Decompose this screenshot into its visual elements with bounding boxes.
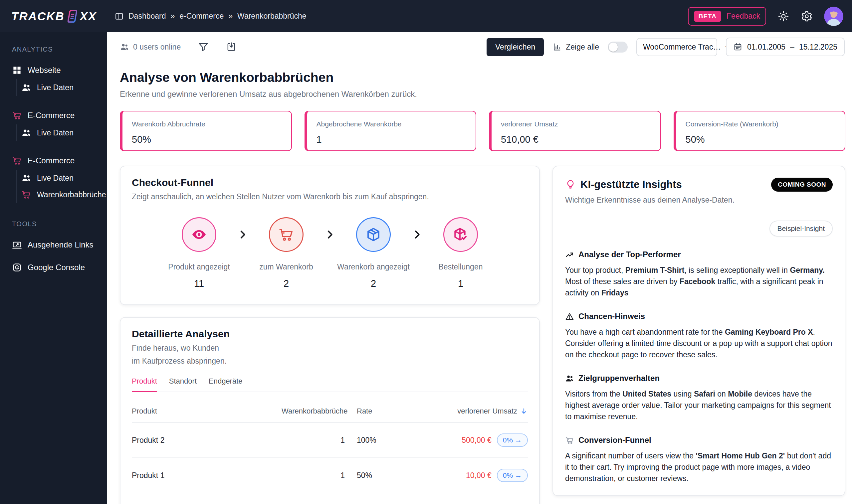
date-range-picker[interactable]: 01.01.2005 – 15.12.2025: [726, 38, 845, 56]
integration-select[interactable]: WooCommerce Trac… ▾: [636, 38, 717, 56]
download-icon[interactable]: [226, 41, 237, 52]
logo-text-right: XX: [80, 10, 97, 23]
trending-up-icon: [565, 250, 574, 259]
funnel-title: Checkout-Funnel: [132, 177, 528, 188]
sidebar-item-label: E-Commerce: [28, 111, 74, 120]
table-header-rate: Rate: [345, 407, 416, 415]
recovery-badge[interactable]: 0% →: [497, 433, 528, 447]
funnel-step-label: Bestellungen: [439, 263, 483, 271]
kpi-label: Abgebrochene Warenkörbe: [317, 120, 467, 128]
users-online: 0 users online: [120, 42, 181, 52]
funnel-step-circle: [443, 217, 478, 252]
breadcrumb-item-warenkorbabbrueche[interactable]: Warenkorbabbrüche: [237, 12, 306, 21]
sidebar-item-google-console[interactable]: Google Console: [0, 259, 107, 276]
cart-icon: [12, 110, 22, 121]
sidebar-item-live-daten[interactable]: Live Daten: [17, 124, 107, 141]
sidebar-item-live-daten[interactable]: Live Daten: [17, 170, 107, 186]
users-icon: [565, 374, 574, 383]
avatar[interactable]: [824, 7, 844, 26]
kpi-row: Warenkorb Abbruchrate 50% Abgebrochene W…: [120, 111, 845, 151]
tab-produkt[interactable]: Produkt: [132, 377, 157, 392]
kpi-card-verlorener-umsatz: verlorener Umsatz 510,00 €: [489, 111, 661, 151]
sidebar-item-ausgehende-links[interactable]: Ausgehende Links: [0, 236, 107, 253]
insight-text: Your top product, Premium T-Shirt, is se…: [565, 265, 833, 299]
insight-text: A significant number of users view the '…: [565, 450, 833, 484]
sidebar-item-ecommerce-2[interactable]: E-Commerce: [0, 152, 107, 169]
insight-heading: Zielgruppenverhalten: [579, 374, 660, 383]
cell-product: Produkt 1: [132, 471, 282, 480]
table-row[interactable]: Produkt 2 1 100% 500,00 € 0% →: [132, 422, 528, 457]
recovery-badge[interactable]: 0% →: [497, 469, 528, 482]
users-icon: [120, 42, 129, 52]
users-icon: [21, 173, 31, 183]
funnel-step-value: 2: [284, 278, 289, 289]
insight-heading: Analyse der Top-Performer: [579, 250, 681, 259]
table-row[interactable]: Produkt 1 1 50% 10,00 € 0% →: [132, 457, 528, 493]
package-icon: [366, 227, 381, 242]
detailed-analysis-card: Detaillierte Analysen Finde heraus, wo K…: [120, 317, 540, 504]
panel-left-icon[interactable]: [114, 12, 124, 21]
content: Analyse von Warenkorbabbrüchen Erkenne u…: [107, 61, 852, 504]
users-icon: [21, 128, 31, 138]
breadcrumb-separator: »: [171, 12, 175, 21]
funnel-step-bestellungen: Bestellungen 1: [423, 217, 499, 289]
chevron-right-icon: [237, 229, 248, 240]
date-separator: –: [790, 42, 795, 52]
gear-icon[interactable]: [801, 10, 813, 22]
page-title: Analyse von Warenkorbabbrüchen: [120, 70, 845, 85]
arrow-down-icon: [520, 407, 528, 415]
analysis-title: Detaillierte Analysen: [132, 328, 528, 340]
topbar: TRACKB XX Dashboard » e-Commerce » Waren…: [0, 0, 852, 32]
breadcrumb-separator: »: [228, 12, 233, 21]
insight-heading: Conversion-Funnel: [579, 435, 651, 445]
cart-icon: [12, 156, 22, 166]
sun-icon[interactable]: [778, 10, 789, 22]
cell-abandonments: 1: [282, 471, 345, 480]
breadcrumb: Dashboard » e-Commerce » Warenkorbabbrüc…: [114, 12, 306, 21]
beta-badge: BETA: [694, 11, 721, 22]
funnel-step-circle: [356, 217, 391, 252]
avatar-image: [824, 7, 844, 26]
show-all-control: Zeige alle: [552, 42, 599, 52]
table-header-label: verlorener Umsatz: [457, 407, 517, 415]
tab-standort[interactable]: Standort: [169, 377, 197, 392]
sidebar-item-label: Warenkorbabbrüche: [37, 190, 106, 199]
cell-lost-revenue: 10,00 €: [466, 471, 492, 480]
funnel-step-label: Warenkorb angezeigt: [337, 263, 410, 271]
table-header-row: Produkt Warenkorbabbrüche Rate verlorene…: [132, 402, 528, 422]
cell-abandonments: 1: [282, 436, 345, 445]
warning-icon: [565, 312, 574, 321]
sidebar-item-live-daten[interactable]: Live Daten: [17, 79, 107, 96]
compare-button[interactable]: Vergleichen: [486, 38, 544, 56]
kpi-value: 1: [317, 134, 467, 145]
tab-endgeraete[interactable]: Endgeräte: [209, 377, 243, 392]
breadcrumb-item-dashboard[interactable]: Dashboard: [128, 12, 166, 21]
funnel-step-label: zum Warenkorb: [259, 263, 313, 271]
logo-text-left: TRACKB: [11, 10, 65, 23]
show-all-toggle[interactable]: [608, 41, 628, 53]
main-area: 0 users online Vergleichen Zeige alle Wo…: [107, 32, 852, 504]
funnel-step-circle: [182, 217, 216, 252]
breadcrumb-item-ecommerce[interactable]: e-Commerce: [179, 12, 224, 21]
analysis-subtitle-line1: Finde heraus, wo Kunden: [132, 344, 528, 353]
insight-section-top-performer: Analyse der Top-Performer Your top produ…: [565, 250, 833, 299]
kpi-value: 50%: [132, 134, 282, 145]
insight-section-chancen-hinweis: Chancen-Hinweis You have a high cart aba…: [565, 312, 833, 360]
users-online-label: 0 users online: [133, 42, 181, 52]
table-header-verlorener-umsatz[interactable]: verlorener Umsatz: [416, 407, 528, 415]
cell-rate: 100%: [345, 436, 416, 445]
funnel-subtitle: Zeigt anschaulich, an welchen Stellen Nu…: [132, 192, 528, 201]
sidebar-item-webseite[interactable]: Webseite: [0, 62, 107, 78]
brand-logo[interactable]: TRACKB XX: [0, 10, 107, 23]
feedback-button[interactable]: BETA Feedback: [688, 7, 766, 25]
filter-icon[interactable]: [198, 41, 209, 52]
feedback-label: Feedback: [727, 12, 760, 21]
calendar-icon: [733, 42, 743, 52]
chevron-right-icon: [411, 229, 423, 240]
sidebar-item-label: Ausgehende Links: [28, 240, 93, 250]
sidebar-item-warenkorbabbrueche[interactable]: Warenkorbabbrüche: [17, 186, 107, 203]
sidebar-section-tools: TOOLS: [0, 220, 107, 228]
sidebar-item-label: Google Console: [28, 263, 85, 272]
funnel-step-label: Produkt angezeigt: [168, 263, 230, 271]
sidebar-item-ecommerce-1[interactable]: E-Commerce: [0, 107, 107, 124]
